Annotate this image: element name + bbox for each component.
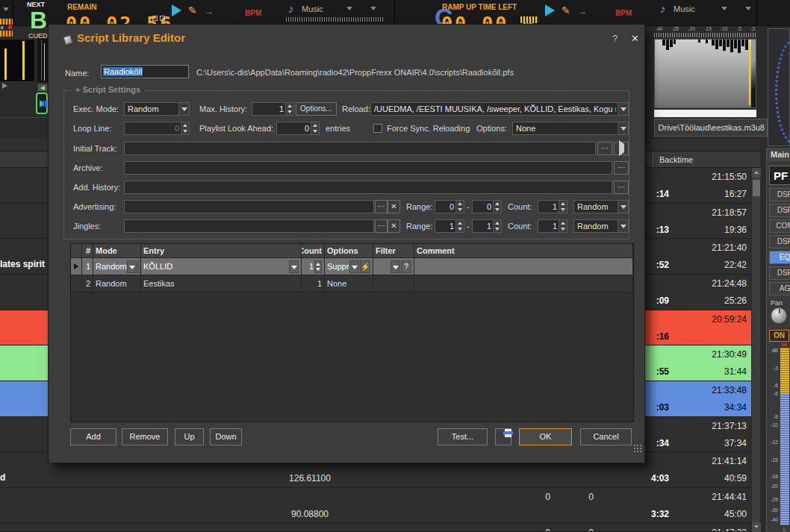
browse-button[interactable]: ··· xyxy=(375,200,388,213)
clear-button[interactable]: ✕ xyxy=(388,200,400,213)
chevron-down-icon[interactable] xyxy=(618,103,628,115)
playlist-scrollbar[interactable] xyxy=(751,168,760,532)
chevron-down-icon[interactable] xyxy=(618,122,628,134)
channel-on-button[interactable]: ON xyxy=(769,330,789,342)
adv-count-stepper[interactable]: 1 xyxy=(538,200,567,213)
repeat-indicator-icon[interactable] xyxy=(152,16,158,21)
column-header[interactable]: Count xyxy=(302,244,325,257)
chevron-down-icon[interactable] xyxy=(127,260,137,273)
column-header[interactable]: Mode xyxy=(93,244,141,257)
deck-b-music-select[interactable]: Music xyxy=(674,4,695,13)
help-button[interactable]: ? xyxy=(612,33,618,44)
repeat-indicator-icon[interactable] xyxy=(160,16,165,21)
print-button[interactable] xyxy=(495,428,511,445)
column-header[interactable]: # xyxy=(82,244,93,257)
add-button[interactable]: Add xyxy=(70,428,116,445)
play-pause-button[interactable] xyxy=(36,93,48,114)
play-icon[interactable] xyxy=(2,83,7,89)
chevron-down-icon[interactable] xyxy=(349,260,359,273)
pick-track-button[interactable] xyxy=(614,142,629,155)
dsp-button[interactable]: DSP xyxy=(769,204,790,217)
transition-arrow-icon[interactable]: → xyxy=(578,6,587,16)
deck-a-music-select[interactable]: Music xyxy=(302,4,323,13)
advertising-input[interactable] xyxy=(124,200,374,213)
adv-range-to-stepper[interactable]: 0 xyxy=(472,200,502,213)
chevron-down-icon[interactable] xyxy=(618,220,628,232)
agc-button[interactable]: AG xyxy=(769,282,790,295)
initial-track-input[interactable] xyxy=(124,142,596,155)
bolt-icon[interactable]: ⚡ xyxy=(360,260,370,273)
jingle-range-to-stepper[interactable]: 1 xyxy=(472,219,502,233)
comp-button[interactable]: COM xyxy=(769,219,790,233)
max-history-stepper[interactable]: 1 xyxy=(252,102,294,116)
chevron-down-icon[interactable] xyxy=(370,7,376,10)
cancel-button[interactable]: Cancel xyxy=(580,428,632,445)
down-button[interactable]: Down xyxy=(210,428,242,445)
exec-mode-select[interactable]: Random xyxy=(124,102,190,116)
column-header[interactable]: Options xyxy=(325,244,373,257)
clear-button[interactable]: ✕ xyxy=(388,219,400,233)
look-ahead-stepper[interactable]: 0 xyxy=(276,122,320,135)
adv-mode-select[interactable]: Random xyxy=(573,200,629,213)
browse-button[interactable]: ··· xyxy=(614,181,629,194)
chevron-down-icon[interactable] xyxy=(289,260,299,273)
jingle-mode-select[interactable]: Random xyxy=(573,219,629,233)
force-sync-checkbox[interactable] xyxy=(373,124,382,133)
up-button[interactable]: Up xyxy=(175,428,204,445)
pan-knob[interactable] xyxy=(771,307,787,324)
chevron-down-icon[interactable] xyxy=(346,7,352,10)
scroll-down-button[interactable] xyxy=(752,522,761,532)
track-waveform[interactable] xyxy=(654,39,756,108)
history-options-button[interactable]: Options... xyxy=(296,102,337,116)
reload-select[interactable]: /UUEDMA, /EESTI MUUSIKA, /sweeper, KÕLLI… xyxy=(370,102,629,116)
browse-button[interactable]: ··· xyxy=(614,161,629,175)
chevron-down-icon[interactable] xyxy=(3,7,9,11)
test-button[interactable]: Test... xyxy=(438,428,488,445)
dsp-button[interactable]: DSP xyxy=(769,188,790,201)
resize-grip[interactable] xyxy=(633,444,642,453)
edit-pencil-icon[interactable]: ✎ xyxy=(188,4,197,16)
ok-button[interactable]: OK xyxy=(519,428,572,445)
browse-button[interactable]: ··· xyxy=(375,219,388,233)
edit-pencil-icon[interactable]: ✎ xyxy=(562,4,570,16)
chevron-down-icon[interactable] xyxy=(745,7,751,10)
jingle-count-stepper[interactable]: 1 xyxy=(538,219,567,233)
eq-button[interactable]: EQ xyxy=(769,251,790,264)
name-input[interactable]: Raadiokõll xyxy=(101,65,189,78)
filter-help-button[interactable]: ? xyxy=(401,260,411,273)
chevron-down-icon[interactable] xyxy=(391,260,400,273)
table-row[interactable]: 2 Random Eestikas 1 None xyxy=(71,275,633,292)
column-header[interactable]: Entry xyxy=(141,244,302,257)
chevron-down-icon[interactable] xyxy=(721,7,727,10)
play-icon[interactable] xyxy=(172,4,181,16)
add-history-input[interactable] xyxy=(124,181,612,194)
elapsed-value: 22:42 xyxy=(672,260,747,270)
jingles-input[interactable] xyxy=(124,219,374,233)
column-header[interactable]: Filter xyxy=(373,244,414,257)
transition-arrow-icon[interactable]: → xyxy=(205,6,214,16)
browse-button[interactable]: ··· xyxy=(597,142,612,155)
rewind-button[interactable] xyxy=(37,84,48,92)
close-icon[interactable]: ✕ xyxy=(631,33,639,44)
scroll-up-button[interactable] xyxy=(752,168,761,178)
dsp-button[interactable]: DSP xyxy=(769,266,790,280)
options-select[interactable]: None xyxy=(512,122,629,135)
pfl-button[interactable]: PF xyxy=(769,166,790,185)
play-icon[interactable] xyxy=(545,4,555,16)
backtime-column-header[interactable]: Backtime xyxy=(653,151,751,168)
dsp-button[interactable]: DSP xyxy=(769,235,790,248)
chevron-down-icon[interactable] xyxy=(178,103,189,115)
adv-range-from-stepper[interactable]: 0 xyxy=(435,200,464,213)
archive-input[interactable] xyxy=(124,161,612,175)
column-header[interactable]: Comment xyxy=(414,244,633,257)
chevron-down-icon[interactable] xyxy=(618,201,628,213)
table-row[interactable]: 1 RandomT KÕLLID 1 Suppress...⚡ ? xyxy=(71,258,633,275)
count-stepper[interactable] xyxy=(314,260,322,273)
remove-button[interactable]: Remove xyxy=(122,428,168,445)
jingle-range-from-stepper[interactable]: 1 xyxy=(435,219,464,233)
settings-row: Advertising: ··· ✕ Range: 0 - 0 Count: 1… xyxy=(64,199,630,214)
scrollbar-thumb[interactable] xyxy=(753,180,760,196)
playlist-row[interactable]: 0 0 90.08800 21:44:41 3:32 45:00 xyxy=(0,488,751,524)
playlist-row[interactable]: 0 0 21:47:22 xyxy=(0,524,751,532)
cue-waveform-thumbnail[interactable] xyxy=(37,39,48,82)
